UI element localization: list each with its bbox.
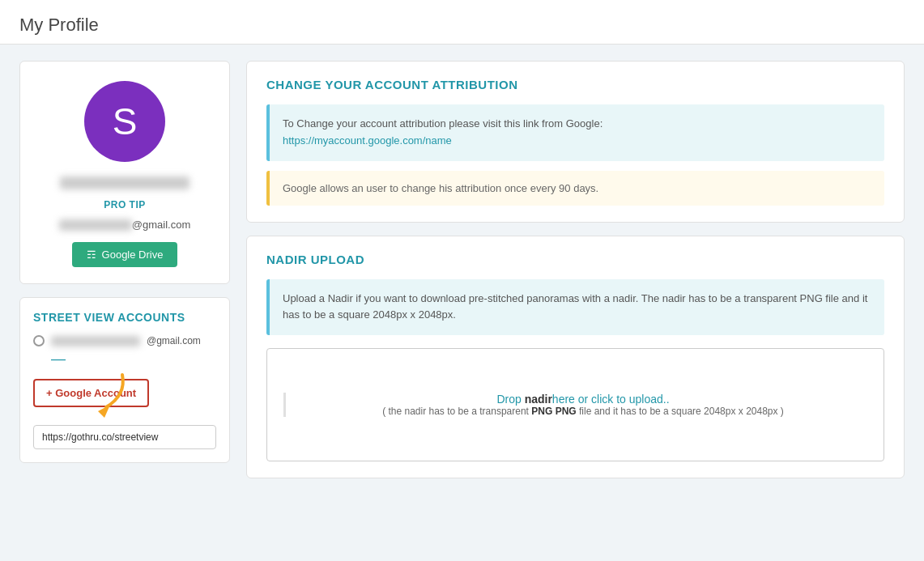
drop-line: Drop nadirhere or click to upload.. [299,393,867,406]
radio-button[interactable] [33,335,45,346]
upload-drop-inner: Drop nadirhere or click to upload.. ( th… [283,393,867,417]
streetview-title: STREET VIEW ACCOUNTS [33,311,216,324]
avatar: S [84,81,165,162]
drop-text-prefix: Drop [496,393,524,406]
profile-card: S PRO TIP @gmail.com ☶ Google Drive [19,61,230,284]
account-email-blurred [51,336,140,346]
attribution-title: CHANGE YOUR ACCOUNT ATTRIBUTION [266,78,884,91]
email-blurred [59,219,132,231]
account-email-suffix: @gmail.com [147,335,201,346]
email-row: @gmail.com [59,219,190,231]
right-column: CHANGE YOUR ACCOUNT ATTRIBUTION To Chang… [246,61,905,491]
streetview-card: STREET VIEW ACCOUNTS @gmail.com — + Goog… [19,297,230,463]
drive-icon: ☶ [87,249,96,261]
account-row: @gmail.com [33,335,216,346]
svg-marker-0 [98,405,110,418]
sub-line-prefix: ( the nadir has to be a transparent [382,406,531,417]
attribution-info-text: To Change your account attribution pleas… [283,117,603,130]
remove-account-button[interactable]: — [51,351,216,366]
attribution-warning-box: Google allows an user to change his attr… [266,171,884,206]
attribution-panel: CHANGE YOUR ACCOUNT ATTRIBUTION To Chang… [246,61,905,223]
drop-nadir-word: nadir [525,393,552,406]
nadir-title: NADIR UPLOAD [266,253,884,266]
left-column: S PRO TIP @gmail.com ☶ Google Drive STRE… [19,61,230,491]
google-drive-btn-label: Google Drive [102,249,164,261]
page-title: My Profile [0,0,924,45]
attribution-warning-text: Google allows an user to change his attr… [283,182,598,194]
nadir-upload-area[interactable]: Drop nadirhere or click to upload.. ( th… [266,348,884,461]
arrow-indicator [82,371,138,422]
email-suffix: @gmail.com [132,219,190,231]
add-account-area: + Google Account [33,379,216,407]
drop-sub-line: ( the nadir has to be a transparent PNG … [299,406,867,417]
sub-line-suffix: file and it has to be a square 2048px x … [577,406,784,417]
nadir-panel: NADIR UPLOAD Upload a Nadir if you want … [246,236,905,479]
nadir-info-box: Upload a Nadir if you want to download p… [266,279,884,336]
streetview-link-input[interactable] [33,425,216,449]
user-name-blurred [60,176,189,189]
attribution-link[interactable]: https://myaccount.google.com/name [283,134,452,147]
sub-png2: PNG [556,406,577,417]
pro-tip-label: PRO TIP [104,199,146,210]
sub-png1: PNG [531,406,552,417]
google-drive-button[interactable]: ☶ Google Drive [72,242,178,267]
nadir-info-text: Upload a Nadir if you want to download p… [283,292,867,321]
attribution-info-box: To Change your account attribution pleas… [266,104,884,161]
drop-text-suffix: here or click to upload.. [552,393,670,406]
